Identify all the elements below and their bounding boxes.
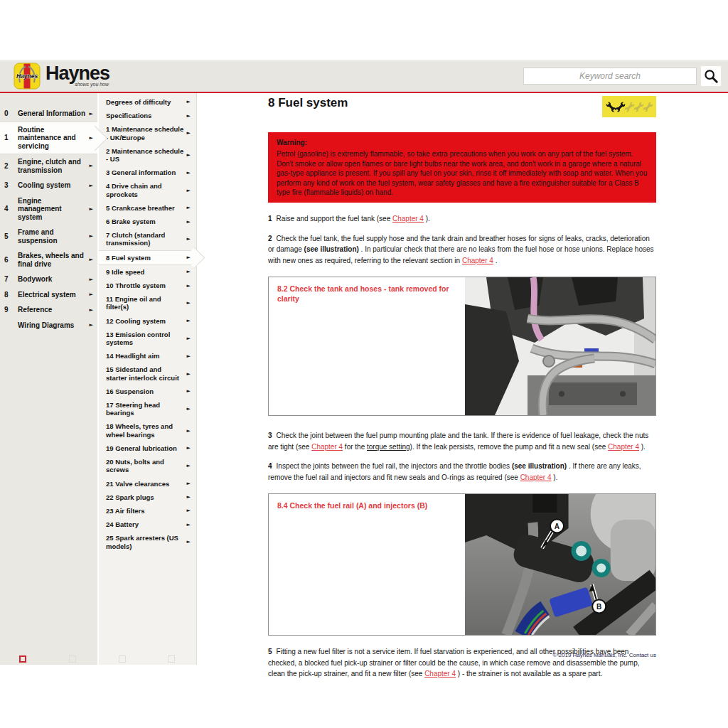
submenu-item-label: Specifications <box>106 112 187 119</box>
submenu-item-label: 16 Suspension <box>106 387 187 395</box>
contact-us-link[interactable]: Contact us <box>629 652 656 658</box>
footer: © 2019 Haynes Manuals, Inc. Contact us <box>268 652 656 658</box>
body-text: ) - the strainer is not available as a s… <box>456 670 602 678</box>
sidebar-item-number: 3 <box>4 181 18 190</box>
sidebar-item-9[interactable]: 9Reference► <box>0 302 97 318</box>
submenu-item-13[interactable]: 12 Cooling system► <box>99 314 196 328</box>
submenu-item-25[interactable]: 24 Battery► <box>99 518 196 531</box>
step-number: 2 <box>268 235 272 242</box>
submenu-item-2[interactable]: 1 Maintenance schedule - UK/Europe► <box>99 122 196 144</box>
chapter-link[interactable]: Chapter 4 <box>462 257 493 264</box>
bold-text: (see illustration) <box>512 462 567 470</box>
chevron-right-icon: ► <box>187 388 191 394</box>
chevron-right-icon: ► <box>187 170 191 176</box>
submenu-item-label: 19 General lubrication <box>106 444 187 452</box>
body-text: for the <box>343 443 367 451</box>
svg-text:B: B <box>596 603 601 611</box>
submenu-item-1[interactable]: Specifications► <box>99 109 196 122</box>
submenu-item-label: 15 Sidestand and starter interlock circu… <box>106 365 187 381</box>
sidebar-item-4[interactable]: 4Engine management system► <box>0 193 97 225</box>
submenu-item-16[interactable]: 15 Sidestand and starter interlock circu… <box>99 363 196 384</box>
submenu-item-label: 4 Drive chain and sprockets <box>106 182 187 198</box>
body-text: ). If the leak persists, remove the pump… <box>410 443 608 451</box>
sidebar-item-7[interactable]: 7Bodywork► <box>0 272 97 287</box>
chapter-link[interactable]: Chapter 4 <box>608 443 639 451</box>
sidebar-item-2[interactable]: 2Engine, clutch and transmission► <box>0 154 97 178</box>
chevron-right-icon: ► <box>90 163 93 168</box>
sidebar-item-6[interactable]: 6Brakes, wheels and final drive► <box>0 248 97 272</box>
chapter-link[interactable]: Chapter 4 <box>520 473 552 481</box>
chapter-link[interactable]: Chapter 4 <box>424 670 456 678</box>
search-input[interactable] <box>523 68 697 85</box>
sidebar-item-label: Brakes, wheels and final drive <box>18 252 90 268</box>
submenu-item-9[interactable]: 8 Fuel system► <box>99 250 196 265</box>
page-indicator[interactable] <box>119 655 126 663</box>
wrench-icon <box>606 102 616 112</box>
submenu-item-11[interactable]: 10 Throttle system► <box>99 279 196 292</box>
figure-8-4: 8.4 Check the fuel rail (A) and injector… <box>268 493 656 636</box>
submenu-item-7[interactable]: 6 Brake system► <box>99 215 196 228</box>
submenu-item-17[interactable]: 16 Suspension► <box>99 385 196 398</box>
submenu-item-label: 5 Crankcase breather <box>106 204 187 212</box>
submenu-item-5[interactable]: 4 Drive chain and sprockets► <box>99 179 196 200</box>
chevron-right-icon: ► <box>187 494 191 500</box>
submenu-item-24[interactable]: 23 Air filters► <box>99 504 196 518</box>
svg-text:Haynes: Haynes <box>16 73 38 80</box>
figure-8-2: 8.2 Check the tank and hoses - tank remo… <box>268 277 656 416</box>
submenu-item-18[interactable]: 17 Steering head bearings► <box>99 398 196 419</box>
submenu-item-21[interactable]: 20 Nuts, bolts and screws► <box>99 455 196 476</box>
haynes-wordmark: Haynes <box>46 64 109 83</box>
chevron-right-icon: ► <box>187 255 191 260</box>
chevron-right-icon: ► <box>187 371 191 377</box>
sidebar-item-3[interactable]: 3Cooling system► <box>0 178 97 193</box>
step-number: 1 <box>268 215 272 223</box>
sidebar-item-number: 0 <box>4 109 18 118</box>
torque-setting-link[interactable]: torque setting <box>367 443 410 451</box>
search-button[interactable] <box>701 66 721 86</box>
chapter-link[interactable]: Chapter 4 <box>392 215 424 223</box>
chevron-right-icon: ► <box>187 219 191 225</box>
chevron-right-icon: ► <box>187 152 191 158</box>
haynes-logo[interactable]: Haynes Haynes shows you how <box>14 63 109 90</box>
chevron-right-icon: ► <box>187 99 191 105</box>
sidebar-item-8[interactable]: 8Electrical system► <box>0 287 97 303</box>
page-indicator[interactable] <box>168 655 175 663</box>
submenu-item-12[interactable]: 11 Engine oil and filter(s)► <box>99 292 196 314</box>
sidebar-item-1[interactable]: 1Routine maintenance and servicing► <box>0 122 97 155</box>
submenu-item-10[interactable]: 9 Idle speed► <box>99 265 196 279</box>
submenu-item-19[interactable]: 18 Wheels, tyres and wheel bearings► <box>99 419 196 441</box>
submenu-item-15[interactable]: 14 Headlight aim► <box>99 349 196 363</box>
sidebar-item-0[interactable]: 0General Information► <box>0 106 97 122</box>
submenu-item-20[interactable]: 19 General lubrication► <box>99 441 196 455</box>
submenu-item-6[interactable]: 5 Crankcase breather► <box>99 201 196 215</box>
submenu-item-22[interactable]: 21 Valve clearances► <box>99 477 196 491</box>
sidebar-item-number: 8 <box>4 291 18 299</box>
chevron-right-icon: ► <box>187 406 191 412</box>
search-icon <box>703 68 719 84</box>
chevron-right-icon: ► <box>90 277 93 282</box>
sidebar-item-wiring-diagrams[interactable]: Wiring Diagrams► <box>0 318 97 333</box>
chevron-right-icon: ► <box>187 283 191 289</box>
submenu-item-label: 24 Battery <box>106 520 187 528</box>
submenu-item-3[interactable]: 2 Maintenance schedule - US► <box>99 144 196 166</box>
chevron-right-icon: ► <box>187 269 191 274</box>
submenu-item-4[interactable]: 3 General information► <box>99 166 196 179</box>
figure-caption: 8.4 Check the fuel rail (A) and injector… <box>269 494 467 518</box>
page-indicator[interactable] <box>69 655 76 663</box>
chevron-right-icon: ► <box>187 318 191 323</box>
submenu-item-14[interactable]: 13 Emission control systems► <box>99 328 196 349</box>
sidebar-item-5[interactable]: 5Frame and suspension► <box>0 225 97 248</box>
submenu-item-label: 17 Steering head bearings <box>106 401 187 417</box>
submenu-item-26[interactable]: 25 Spark arresters (US models)► <box>99 531 196 552</box>
page-indicator-active[interactable] <box>19 655 26 663</box>
submenu-item-8[interactable]: 7 Clutch (standard transmission)► <box>99 228 196 250</box>
step-paragraph-1: 1Raise and support the fuel tank (see Ch… <box>268 213 656 225</box>
step-paragraph-2: 2Check the fuel tank, the fuel supply ho… <box>268 233 656 267</box>
submenu-item-label: 22 Spark plugs <box>106 493 187 501</box>
chapter-link[interactable]: Chapter 4 <box>311 443 343 451</box>
submenu-item-0[interactable]: Degrees of difficulty► <box>99 95 196 109</box>
chevron-right-icon: ► <box>90 322 93 328</box>
chevron-right-icon: ► <box>90 307 93 313</box>
chevron-right-icon: ► <box>187 113 191 119</box>
submenu-item-23[interactable]: 22 Spark plugs► <box>99 491 196 504</box>
